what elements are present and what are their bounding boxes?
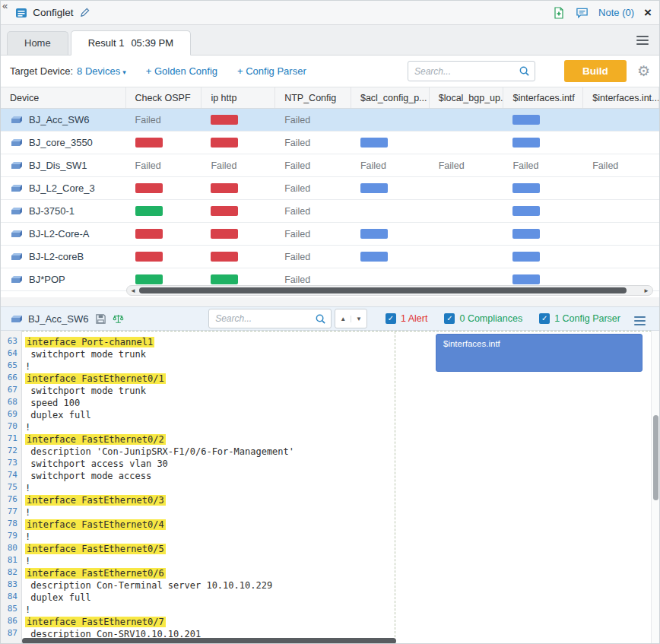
code-line[interactable]: speed 100	[22, 397, 659, 409]
add-golden-config-link[interactable]: + Golden Config	[146, 65, 217, 77]
result-cell[interactable]	[503, 200, 583, 222]
result-cell[interactable]: Failed	[201, 154, 275, 176]
target-device-dropdown[interactable]: 8 Devices▾	[77, 65, 126, 77]
green-status-bar[interactable]	[135, 274, 163, 284]
result-cell[interactable]: Failed	[275, 223, 351, 245]
code-line[interactable]: !	[22, 506, 659, 519]
table-row[interactable]: BJ_core_3550Failed	[1, 132, 659, 154]
scroll-right-icon[interactable]: ►	[640, 287, 652, 294]
code-line[interactable]: description Con-Terminal server 10.10.10…	[22, 579, 659, 592]
result-cell[interactable]	[430, 200, 504, 222]
result-cell[interactable]	[430, 223, 504, 245]
feedback-icon[interactable]	[576, 7, 589, 19]
result-cell[interactable]	[126, 246, 202, 268]
code-line[interactable]: switchport mode access	[22, 470, 659, 482]
column-header-1[interactable]: Check OSPF	[126, 87, 202, 108]
red-status-bar[interactable]	[135, 138, 163, 148]
result-cell[interactable]	[430, 177, 504, 199]
result-cell[interactable]	[201, 246, 275, 268]
scroll-left-icon[interactable]: ◄	[127, 287, 139, 294]
table-row[interactable]: BJ-3750-1Failed	[1, 200, 659, 223]
device-cell[interactable]: BJ_Dis_SW1	[1, 154, 126, 176]
column-header-0[interactable]: Device	[1, 87, 126, 108]
code-line[interactable]: duplex full	[22, 409, 659, 421]
red-status-bar[interactable]	[211, 138, 238, 148]
red-status-bar[interactable]	[211, 229, 238, 239]
result-cell[interactable]: Failed	[275, 177, 351, 199]
result-cell[interactable]	[583, 109, 659, 131]
red-status-bar[interactable]	[211, 115, 238, 125]
code-line[interactable]: !	[22, 604, 659, 616]
result-cell[interactable]	[351, 246, 430, 268]
code-line[interactable]: interface FastEthernet0/3	[22, 494, 659, 506]
add-config-parser-link[interactable]: + Config Parser	[237, 65, 306, 77]
result-cell[interactable]: Failed	[275, 132, 351, 154]
code-line[interactable]: interface FastEthernet0/1	[22, 373, 659, 385]
result-cell[interactable]	[126, 132, 202, 154]
search-icon[interactable]	[315, 313, 326, 325]
find-previous-icon[interactable]: ▲	[335, 316, 351, 322]
blue-status-bar[interactable]	[512, 252, 540, 262]
save-icon[interactable]	[95, 313, 106, 325]
green-status-bar[interactable]	[211, 274, 238, 284]
result-cell[interactable]	[126, 200, 202, 222]
code-line[interactable]: switchport mode trunk	[22, 385, 659, 397]
result-cell[interactable]	[503, 223, 583, 245]
editor-horizontal-scrollbar[interactable]	[22, 638, 396, 644]
result-cell[interactable]	[503, 177, 583, 199]
red-status-bar[interactable]	[211, 252, 238, 262]
column-header-2[interactable]: ip http	[201, 87, 275, 108]
result-cell[interactable]	[351, 132, 430, 154]
result-cell[interactable]	[430, 132, 504, 154]
result-cell[interactable]	[351, 200, 430, 222]
result-cell[interactable]	[126, 177, 202, 199]
device-cell[interactable]: BJ_core_3550	[1, 132, 126, 154]
scrollbar-thumb[interactable]	[653, 415, 658, 500]
red-status-bar[interactable]	[211, 183, 238, 193]
result-cell[interactable]: Failed	[275, 154, 351, 176]
result-cell[interactable]	[201, 132, 275, 154]
blue-status-bar[interactable]	[512, 138, 540, 148]
result-cell[interactable]: Failed	[351, 154, 430, 176]
add-document-icon[interactable]	[553, 7, 566, 19]
column-header-6[interactable]: $interfaces.intf	[503, 87, 583, 108]
result-cell[interactable]: Failed	[275, 246, 351, 268]
result-cell[interactable]: Failed	[126, 154, 202, 176]
result-cell[interactable]	[583, 246, 659, 268]
code-line[interactable]: interface FastEthernet0/6	[22, 567, 659, 579]
result-cell[interactable]: Failed	[583, 154, 659, 176]
result-cell[interactable]	[430, 109, 504, 131]
red-status-bar[interactable]	[135, 252, 163, 262]
blue-status-bar[interactable]	[512, 206, 540, 216]
scrollbar-thumb[interactable]	[139, 287, 627, 293]
code-line[interactable]: interface FastEthernet0/4	[22, 519, 659, 531]
result-cell[interactable]	[351, 109, 430, 131]
code-line[interactable]: !	[22, 421, 659, 433]
edit-title-icon[interactable]	[80, 8, 90, 17]
red-status-bar[interactable]	[135, 183, 163, 193]
device-cell[interactable]: BJ-L2-Core-A	[1, 223, 126, 245]
blue-status-bar[interactable]	[512, 229, 540, 239]
blue-status-bar[interactable]	[360, 138, 388, 148]
code-area[interactable]: interface Port-channel1 switchport mode …	[22, 331, 659, 644]
table-row[interactable]: BJ_Acc_SW6FailedFailed	[1, 109, 659, 132]
result-cell[interactable]	[583, 223, 659, 245]
green-status-bar[interactable]	[135, 206, 163, 216]
result-cell[interactable]	[583, 177, 659, 199]
build-button[interactable]: Build	[564, 60, 627, 82]
result-cell[interactable]	[503, 132, 583, 154]
device-cell[interactable]: BJ-3750-1	[1, 200, 126, 222]
column-header-4[interactable]: $acl_config_p...	[351, 87, 430, 108]
table-row[interactable]: BJ_Dis_SW1FailedFailedFailedFailedFailed…	[1, 154, 659, 177]
menu-icon[interactable]	[636, 36, 649, 41]
result-cell[interactable]	[583, 200, 659, 222]
result-cell[interactable]	[351, 177, 430, 199]
red-status-bar[interactable]	[211, 206, 238, 216]
blue-status-bar[interactable]	[360, 183, 388, 193]
tab-home[interactable]: Home	[7, 31, 68, 55]
device-cell[interactable]: BJ_Acc_SW6	[1, 109, 126, 131]
code-line[interactable]: interface FastEthernet0/2	[22, 433, 659, 446]
note-link[interactable]: Note (0)	[598, 7, 634, 18]
editor-vertical-scrollbar[interactable]	[651, 331, 659, 644]
column-header-3[interactable]: NTP_Config	[275, 87, 351, 108]
